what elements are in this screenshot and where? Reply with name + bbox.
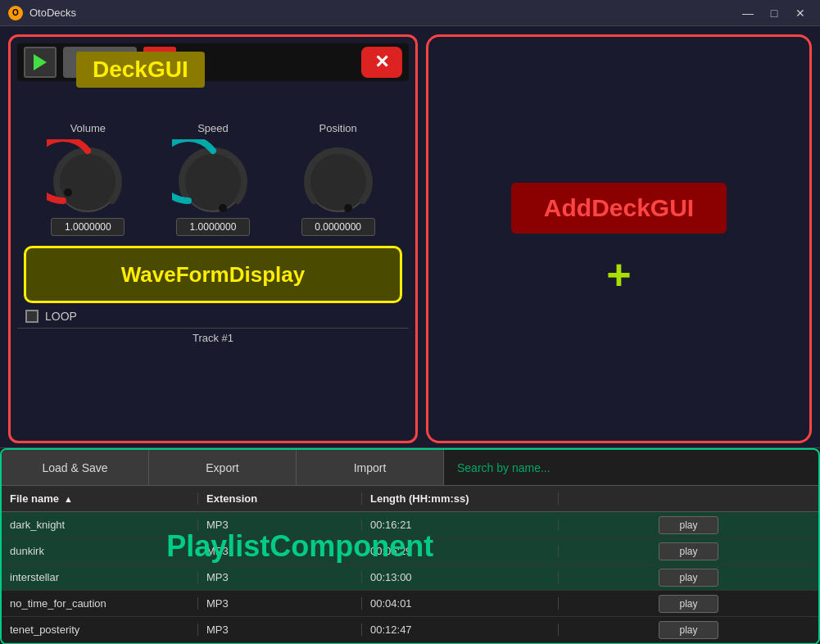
- position-label: Position: [319, 122, 357, 134]
- cell-length: 00:13:00: [362, 571, 559, 583]
- svg-point-3: [219, 204, 227, 212]
- cell-action: play: [559, 569, 818, 587]
- playlist-area: PlaylistComponent Load & Save Export Imp…: [0, 447, 820, 644]
- cell-filename: dunkirk: [2, 545, 198, 557]
- cell-action: play: [559, 621, 818, 639]
- svg-point-1: [64, 188, 72, 197]
- cell-filename: interstellar: [2, 571, 198, 583]
- header-length: Length (HH:mm:ss): [362, 492, 559, 505]
- cell-extension: MP3: [198, 519, 362, 531]
- app-icon: O: [8, 6, 23, 20]
- sort-arrow: ▲: [64, 494, 73, 504]
- position-value: 0.0000000: [301, 218, 375, 236]
- search-input[interactable]: [444, 450, 818, 485]
- cell-action: play: [559, 595, 818, 613]
- cell-length: 00:16:21: [362, 519, 559, 531]
- waveform-display[interactable]: WaveFormDisplay: [24, 246, 402, 303]
- add-deck-button[interactable]: AddDeckGUI: [511, 183, 727, 234]
- speed-knob[interactable]: [172, 139, 254, 213]
- table-body: dark_knight MP3 00:16:21 play dunkirk MP…: [2, 512, 818, 644]
- playlist-border: PlaylistComponent Load & Save Export Imp…: [0, 448, 820, 644]
- deck-close-button[interactable]: ✕: [361, 47, 402, 78]
- maximize-button[interactable]: □: [763, 4, 786, 22]
- loop-label: LOOP: [45, 310, 77, 323]
- table-row: dark_knight MP3 00:16:21 play: [2, 512, 818, 538]
- position-knob-container: Position 0.0000000: [297, 122, 379, 236]
- row-play-button[interactable]: play: [659, 516, 718, 534]
- minimize-button[interactable]: —: [736, 4, 759, 22]
- volume-value: 1.0000000: [51, 218, 125, 236]
- table-row: dunkirk MP3 00:05:29 play: [2, 538, 818, 565]
- loop-row: LOOP: [25, 310, 401, 323]
- title-bar: O OtoDecks — □ ✕: [0, 0, 820, 26]
- volume-label: Volume: [70, 122, 106, 134]
- cell-extension: MP3: [198, 624, 362, 636]
- deck-gui-title: DeckGUI: [93, 57, 188, 82]
- cell-extension: MP3: [198, 597, 362, 610]
- header-filename: File name ▲: [2, 492, 198, 505]
- cell-action: play: [559, 542, 818, 560]
- window-controls: — □ ✕: [736, 4, 812, 22]
- deck-gui-label-box: DeckGUI: [76, 52, 205, 88]
- table-row: tenet_posterity MP3 00:12:47 play: [2, 617, 818, 643]
- cell-action: play: [559, 516, 818, 534]
- speed-value: 1.0000000: [176, 218, 250, 236]
- speed-label: Speed: [197, 122, 229, 134]
- volume-knob[interactable]: [47, 139, 129, 213]
- load-save-button[interactable]: Load & Save: [2, 450, 149, 485]
- cell-length: 00:05:29: [362, 545, 559, 557]
- add-deck-panel: AddDeckGUI +: [426, 34, 812, 443]
- cell-length: 00:12:47: [362, 624, 559, 636]
- row-play-button[interactable]: play: [659, 595, 718, 613]
- window-close-button[interactable]: ✕: [789, 4, 812, 22]
- table-row: interstellar MP3 00:13:00 play: [2, 565, 818, 591]
- speed-knob-container: Speed 1.0000000: [172, 122, 254, 236]
- app-title: OtoDecks: [29, 7, 736, 19]
- cell-filename: tenet_posterity: [2, 624, 198, 636]
- row-play-button[interactable]: play: [659, 542, 718, 560]
- loop-checkbox[interactable]: [25, 310, 39, 323]
- add-deck-label: AddDeckGUI: [544, 194, 694, 221]
- deck-panel: DeckGUI ✕ Volume: [8, 34, 418, 443]
- playlist-toolbar: Load & Save Export Import: [2, 450, 818, 486]
- import-button[interactable]: Import: [297, 450, 444, 485]
- main-content: DeckGUI ✕ Volume: [0, 26, 820, 447]
- row-play-button[interactable]: play: [659, 569, 718, 587]
- play-button[interactable]: [24, 47, 57, 78]
- cell-extension: MP3: [198, 571, 362, 583]
- waveform-label: WaveFormDisplay: [121, 262, 305, 288]
- table-row: no_time_for_caution MP3 00:04:01 play: [2, 591, 818, 617]
- play-icon: [34, 54, 47, 70]
- cell-extension: MP3: [198, 545, 362, 557]
- position-knob[interactable]: [297, 139, 379, 213]
- row-play-button[interactable]: play: [659, 621, 718, 639]
- track-label: Track #1: [17, 328, 409, 347]
- cell-filename: no_time_for_caution: [2, 597, 198, 610]
- header-extension: Extension: [198, 492, 362, 505]
- svg-point-5: [344, 204, 352, 212]
- knobs-row: Volume 1.0000000 Speed 1.000000: [17, 122, 409, 236]
- cell-filename: dark_knight: [2, 519, 198, 531]
- export-button[interactable]: Export: [149, 450, 297, 485]
- plus-icon[interactable]: +: [606, 253, 631, 296]
- cell-length: 00:04:01: [362, 597, 559, 610]
- table-header: File name ▲ Extension Length (HH:mm:ss): [2, 486, 818, 512]
- volume-knob-container: Volume 1.0000000: [47, 122, 129, 236]
